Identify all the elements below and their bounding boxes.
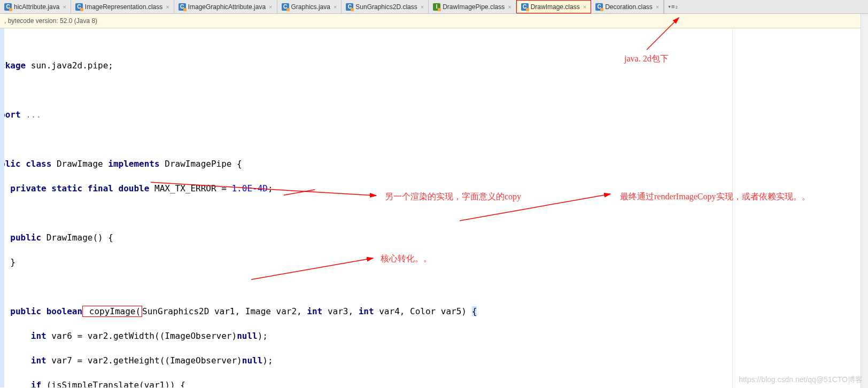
tab-sungraphics2d[interactable]: CSunGraphics2D.class× [342, 0, 429, 13]
code-line[interactable]: if (isSimpleTranslate(var1)) { [0, 379, 864, 387]
close-icon[interactable]: × [508, 4, 511, 10]
code-line[interactable]: int var6 = var2.getWidth((ImageObserver)… [0, 330, 864, 342]
tab-label: DrawImagePipe.class [443, 3, 505, 11]
java-class-icon: C [179, 3, 186, 11]
code-line[interactable]: ckage sun.java2d.pipe; [0, 59, 864, 72]
tab-drawimagepipe[interactable]: IDrawImagePipe.class× [429, 0, 516, 13]
code-line[interactable]: public DrawImage() { [0, 231, 864, 244]
tab-imagegraphicattribute[interactable]: CImageGraphicAttribute.java× [174, 0, 277, 13]
tab-hicattribute[interactable]: ChicAttribute.java× [0, 0, 71, 13]
close-icon[interactable]: × [583, 4, 586, 10]
java-class-icon: C [75, 3, 83, 11]
java-class-icon: C [346, 3, 353, 11]
tab-label: Graphics.java [291, 3, 330, 11]
close-icon[interactable]: × [656, 4, 659, 10]
close-icon[interactable]: × [166, 4, 169, 10]
code-line[interactable] [0, 133, 864, 145]
java-class-icon: C [521, 3, 529, 11]
tab-overflow-menu[interactable]: ▾≡₂ [664, 0, 681, 13]
code-line[interactable]: blic class DrawImage implements DrawImag… [0, 158, 864, 170]
tab-label: Decoration.class [605, 3, 653, 11]
tab-imagerepresentation[interactable]: CImageRepresentation.class× [71, 0, 174, 13]
tab-graphics[interactable]: CGraphics.java× [277, 0, 342, 13]
tab-label: DrawImage.class [531, 3, 580, 11]
code-line[interactable]: } [0, 256, 864, 268]
code-line[interactable]: public boolean copyImage(SunGraphics2D v… [0, 305, 864, 317]
code-line[interactable]: private static final double MAX_TX_ERROR… [0, 182, 864, 195]
tab-label: hicAttribute.java [14, 3, 59, 11]
decompile-info-bar: , bytecode version: 52.0 (Java 8) [0, 14, 868, 28]
close-icon[interactable]: × [421, 4, 424, 10]
tab-drawimage[interactable]: CDrawImage.class× [516, 0, 591, 13]
code-line[interactable]: port ... [0, 108, 864, 121]
tab-label: ImageGraphicAttribute.java [188, 3, 266, 11]
editor-tabs: ChicAttribute.java× CImageRepresentation… [0, 0, 868, 14]
java-class-icon: C [595, 3, 603, 11]
code-line[interactable] [0, 281, 864, 293]
tab-decoration[interactable]: CDecoration.class× [591, 0, 664, 13]
java-interface-icon: I [433, 3, 440, 11]
tab-label: ImageRepresentation.class [85, 3, 162, 11]
code-editor[interactable]: ckage sun.java2d.pipe; port ... blic cla… [0, 28, 868, 387]
code-line[interactable]: int var7 = var2.getHeight((ImageObserver… [0, 354, 864, 367]
close-icon[interactable]: × [269, 4, 272, 10]
highlight-box: copyImage( [82, 306, 142, 317]
close-icon[interactable]: × [334, 4, 337, 10]
watermark: https://blog.csdn.net/qq@51CTO博客 [739, 375, 863, 385]
java-class-icon: C [4, 3, 12, 11]
java-class-icon: C [282, 3, 289, 11]
tab-label: SunGraphics2D.class [355, 3, 417, 11]
code-line[interactable] [0, 207, 864, 219]
code-line[interactable] [0, 84, 864, 96]
close-icon[interactable]: × [63, 4, 66, 10]
